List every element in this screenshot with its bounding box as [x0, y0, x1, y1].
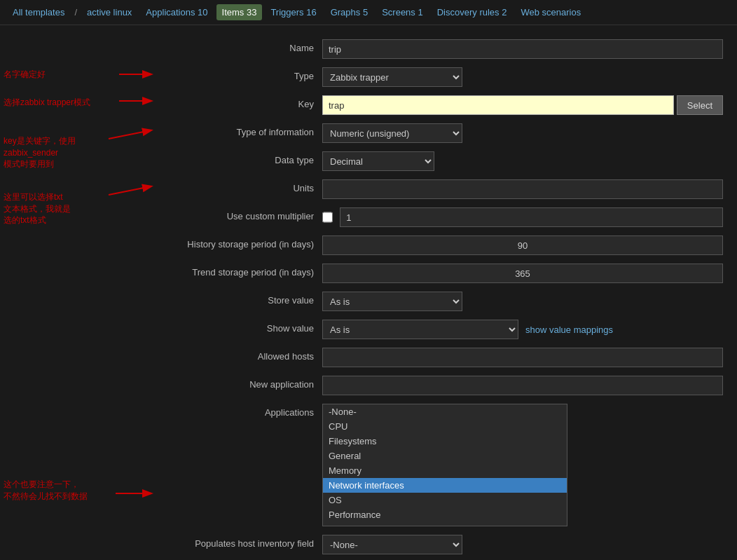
type-select[interactable]: Zabbix trapper Zabbix agent SNMP IPMI JM…: [322, 67, 462, 87]
nav-items[interactable]: Items 33: [216, 4, 263, 20]
name-input[interactable]: [322, 39, 723, 59]
new-app-row: New application: [154, 376, 723, 395]
app-item-none[interactable]: -None-: [323, 404, 567, 419]
multiplier-label: Use custom multiplier: [154, 207, 322, 221]
trend-label: Trend storage period (in days): [154, 264, 322, 278]
allowed-hosts-label: Allowed hosts: [154, 348, 322, 362]
store-value-label: Store value: [154, 292, 322, 306]
trend-control: [322, 264, 723, 283]
multiplier-row: Use custom multiplier: [154, 207, 723, 227]
units-control: [322, 179, 723, 199]
trend-input[interactable]: [322, 264, 723, 283]
new-app-control: [322, 376, 723, 395]
type-info-label: Type of information: [154, 123, 322, 137]
multiplier-checkbox[interactable]: [322, 212, 333, 223]
form-panel: Name Type Zabbix trapper Zabbix agent SN…: [154, 32, 737, 560]
allowed-hosts-input[interactable]: [322, 348, 723, 367]
show-value-control: As is show value mappings: [322, 320, 723, 339]
applications-control: -None- CPU Filesystems General Memory Ne…: [322, 404, 723, 526]
main-content: 名字确定好 选择zabbix trapper模式 key是关键字，使用 zabb…: [0, 25, 737, 560]
store-value-control: As is Delta (speed per second) Delta (si…: [322, 292, 723, 311]
units-label: Units: [154, 179, 322, 193]
key-label: Key: [154, 95, 322, 109]
key-input-group: Select: [322, 95, 723, 115]
nav-discovery-rules[interactable]: Discovery rules 2: [432, 4, 513, 20]
type-control: Zabbix trapper Zabbix agent SNMP IPMI JM…: [322, 67, 723, 87]
nav-separator: /: [74, 7, 77, 18]
nav-graphs[interactable]: Graphs 5: [325, 4, 373, 20]
type-info-select[interactable]: Numeric (unsigned) Numeric (float) Chara…: [322, 123, 462, 143]
app-item-general[interactable]: General: [323, 449, 567, 463]
multiplier-control: [322, 207, 723, 227]
app-item-network-interfaces[interactable]: Network interfaces: [323, 478, 567, 493]
top-navigation: All templates / active linux Application…: [0, 0, 737, 25]
data-type-control: Decimal Octal Hexadecimal Boolean: [322, 151, 723, 171]
show-value-label: Show value: [154, 320, 322, 334]
populates-label: Populates host inventory field: [154, 535, 322, 549]
nav-all-templates[interactable]: All templates: [7, 4, 70, 20]
history-row: History storage period (in days): [154, 235, 723, 255]
type-info-row: Type of information Numeric (unsigned) N…: [154, 123, 723, 143]
applications-label: Applications: [154, 404, 322, 418]
app-item-memory[interactable]: Memory: [323, 463, 567, 478]
units-input[interactable]: [322, 179, 723, 199]
value-mappings-link[interactable]: show value mappings: [525, 325, 613, 335]
key-input[interactable]: [322, 95, 674, 115]
type-label: Type: [154, 67, 322, 81]
multiplier-input-group: [322, 207, 723, 227]
populates-row: Populates host inventory field -None-: [154, 535, 723, 554]
name-label: Name: [154, 39, 322, 53]
nav-screens[interactable]: Screens 1: [376, 4, 429, 20]
key-select-button[interactable]: Select: [677, 95, 723, 115]
nav-applications[interactable]: Applications 10: [140, 4, 213, 20]
allowed-hosts-control: [322, 348, 723, 367]
app-item-filesystems[interactable]: Filesystems: [323, 434, 567, 449]
key-control: Select: [322, 95, 723, 115]
app-item-performance[interactable]: Performance: [323, 507, 567, 522]
history-label: History storage period (in days): [154, 235, 322, 250]
store-value-select[interactable]: As is Delta (speed per second) Delta (si…: [322, 292, 462, 311]
nav-triggers[interactable]: Triggers 16: [265, 4, 322, 20]
history-input[interactable]: [322, 235, 723, 255]
app-item-processes[interactable]: Processes: [323, 522, 567, 526]
new-app-label: New application: [154, 376, 322, 390]
key-row: Key Select: [154, 95, 723, 115]
nav-web-scenarios[interactable]: Web scenarios: [515, 4, 586, 20]
show-value-group: As is show value mappings: [322, 320, 723, 339]
svg-line-3: [109, 186, 151, 195]
trend-row: Trend storage period (in days): [154, 264, 723, 283]
app-item-os[interactable]: OS: [323, 493, 567, 507]
name-row: Name: [154, 39, 723, 59]
annotation-type: 选择zabbix trapper模式: [4, 97, 90, 109]
type-info-control: Numeric (unsigned) Numeric (float) Chara…: [322, 123, 723, 143]
new-app-input[interactable]: [322, 376, 723, 395]
type-row: Type Zabbix trapper Zabbix agent SNMP IP…: [154, 67, 723, 87]
annotation-datatype: 这里可以选择txt 文本格式，我就是 选的txt格式: [4, 179, 105, 226]
annotation-name: 名字确定好: [4, 69, 46, 81]
multiplier-value-input[interactable]: [340, 207, 723, 227]
annotation-applications: 这个也要注意一下， 不然待会儿找不到数据: [4, 467, 112, 502]
show-value-select[interactable]: As is: [322, 320, 518, 339]
nav-active-linux[interactable]: active linux: [81, 4, 137, 20]
annotations-panel: 名字确定好 选择zabbix trapper模式 key是关键字，使用 zabb…: [0, 32, 154, 560]
data-type-label: Data type: [154, 151, 322, 165]
applications-row: Applications -None- CPU Filesystems Gene…: [154, 404, 723, 526]
units-row: Units: [154, 179, 723, 199]
history-control: [322, 235, 723, 255]
populates-select[interactable]: -None-: [322, 535, 462, 554]
data-type-row: Data type Decimal Octal Hexadecimal Bool…: [154, 151, 723, 171]
annotation-key: key是关键字，使用 zabbix_sender 模式时要用到: [4, 123, 95, 170]
name-control: [322, 39, 723, 59]
svg-line-2: [109, 130, 151, 139]
store-value-row: Store value As is Delta (speed per secon…: [154, 292, 723, 311]
app-item-cpu[interactable]: CPU: [323, 419, 567, 434]
allowed-hosts-row: Allowed hosts: [154, 348, 723, 367]
show-value-row: Show value As is show value mappings: [154, 320, 723, 339]
applications-list[interactable]: -None- CPU Filesystems General Memory Ne…: [322, 404, 567, 526]
populates-control: -None-: [322, 535, 723, 554]
data-type-select[interactable]: Decimal Octal Hexadecimal Boolean: [322, 151, 434, 171]
